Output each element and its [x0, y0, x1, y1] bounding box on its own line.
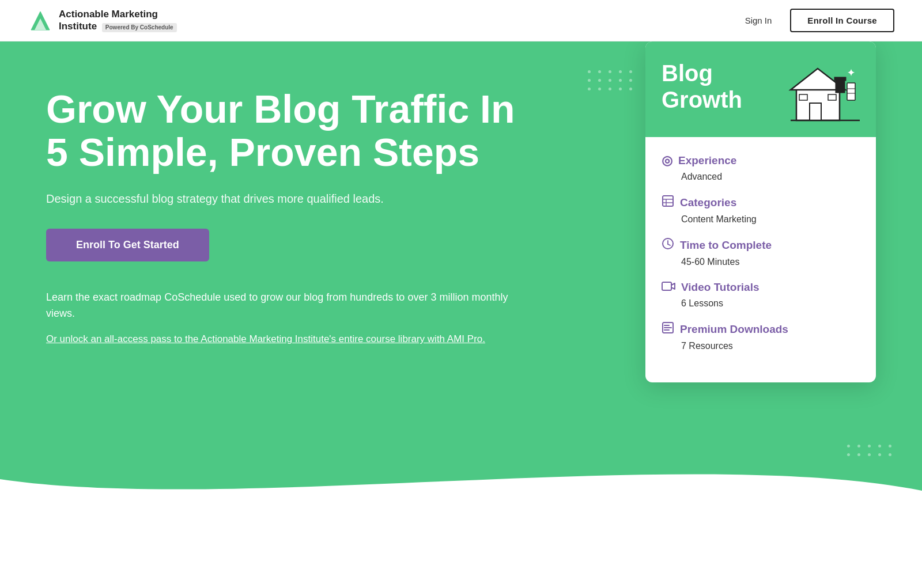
experience-detail: ◎ Experience Advanced: [662, 153, 860, 182]
svg-marker-22: [671, 283, 675, 289]
header: Actionable Marketing Institute Powered B…: [0, 0, 922, 41]
course-card-body: ◎ Experience Advanced Ca: [645, 137, 876, 382]
svg-rect-6: [828, 94, 836, 100]
header-nav: Sign In Enroll In Course: [745, 9, 894, 32]
course-illustration-icon: ✦: [785, 60, 860, 123]
svg-rect-9: [847, 83, 855, 100]
experience-value: Advanced: [662, 172, 860, 182]
categories-value: Content Marketing: [662, 214, 860, 225]
svg-rect-8: [834, 77, 846, 81]
hero-content: Grow Your Blog Traffic In 5 Simple, Prov…: [46, 88, 542, 345]
enroll-in-course-button[interactable]: Enroll In Course: [790, 9, 894, 32]
experience-icon: ◎: [662, 153, 672, 168]
time-detail: Time to Complete 45-60 Minutes: [662, 237, 860, 267]
hero-description: Learn the exact roadmap CoSchedule used …: [46, 289, 519, 323]
course-card-header: BlogGrowth ✦: [645, 41, 876, 137]
enroll-to-get-started-button[interactable]: Enroll To Get Started: [46, 229, 209, 261]
downloads-label: Premium Downloads: [662, 321, 860, 337]
svg-line-20: [668, 244, 670, 245]
svg-rect-4: [810, 103, 821, 120]
svg-rect-7: [836, 80, 845, 93]
hero-subtitle: Design a successful blog strategy that d…: [46, 192, 542, 206]
categories-icon: [662, 195, 674, 211]
hero-wave: [0, 445, 922, 514]
downloads-detail: Premium Downloads 7 Resources: [662, 321, 860, 351]
categories-detail: Categories Content Marketing: [662, 195, 860, 225]
hero-title: Grow Your Blog Traffic In 5 Simple, Prov…: [46, 88, 542, 174]
time-value: 45-60 Minutes: [662, 257, 860, 267]
decorative-dots-top: [588, 70, 634, 90]
experience-label: ◎ Experience: [662, 153, 860, 168]
svg-rect-26: [664, 329, 670, 331]
svg-rect-25: [664, 327, 672, 328]
svg-rect-24: [664, 325, 670, 326]
course-card: BlogGrowth ✦: [645, 41, 876, 382]
video-value: 6 Lessons: [662, 298, 860, 309]
categories-label: Categories: [662, 195, 860, 211]
logo-icon: [28, 8, 53, 33]
hero-section: Grow Your Blog Traffic In 5 Simple, Prov…: [0, 41, 922, 514]
downloads-value: 7 Resources: [662, 341, 860, 351]
sign-in-button[interactable]: Sign In: [745, 16, 772, 25]
course-card-title: BlogGrowth: [662, 60, 742, 113]
powered-badge: Powered By CoSchedule: [102, 23, 177, 32]
video-icon: [662, 280, 675, 295]
svg-rect-14: [663, 196, 673, 206]
svg-rect-5: [799, 94, 807, 100]
logo-text-block: Actionable Marketing Institute Powered B…: [59, 9, 177, 32]
downloads-icon: [662, 321, 674, 337]
svg-text:✦: ✦: [847, 68, 855, 78]
logo-area: Actionable Marketing Institute Powered B…: [28, 8, 177, 33]
ami-pro-link[interactable]: Or unlock an all-access pass to the Acti…: [46, 333, 485, 344]
time-label: Time to Complete: [662, 237, 860, 253]
video-detail: Video Tutorials 6 Lessons: [662, 280, 860, 309]
time-icon: [662, 237, 674, 253]
video-label: Video Tutorials: [662, 280, 860, 295]
logo-title: Actionable Marketing Institute Powered B…: [59, 9, 177, 32]
svg-rect-21: [662, 282, 671, 290]
